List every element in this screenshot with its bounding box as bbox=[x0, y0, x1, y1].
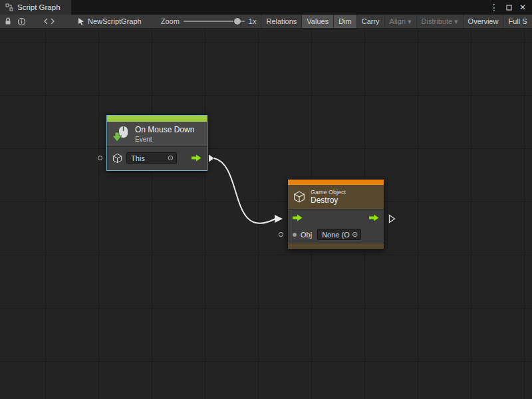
zoom-value: 1x bbox=[249, 17, 257, 25]
zoom-label: Zoom bbox=[161, 17, 180, 25]
align-button[interactable]: Align ▾ bbox=[384, 15, 416, 28]
lock-icon[interactable] bbox=[5, 17, 11, 25]
node-subtitle: Event bbox=[135, 136, 194, 143]
dim-button[interactable]: Dim bbox=[333, 15, 356, 28]
event-node-body: This ⊙ bbox=[107, 146, 207, 170]
obj-value: None (O bbox=[322, 231, 350, 239]
zoom-slider-handle[interactable] bbox=[234, 18, 241, 25]
carry-button[interactable]: Carry bbox=[356, 15, 384, 28]
flow-output-port[interactable] bbox=[192, 154, 201, 162]
flow-output-port[interactable] bbox=[369, 214, 379, 221]
zoom-slider[interactable] bbox=[184, 17, 245, 25]
align-label: Align bbox=[390, 17, 406, 25]
connection-wire bbox=[0, 29, 532, 399]
graph-selector[interactable]: NewScriptGraph bbox=[78, 17, 142, 25]
node-category: Game Object bbox=[311, 189, 346, 196]
destroy-node-footer bbox=[288, 243, 384, 249]
graph-name: NewScriptGraph bbox=[88, 17, 142, 25]
cursor-icon bbox=[78, 17, 84, 25]
node-title: Destroy bbox=[311, 196, 346, 205]
destroy-accent-bar bbox=[288, 180, 384, 185]
event-node-header: On Mouse Down Event bbox=[107, 122, 207, 146]
window-controls: ⋮ ✕ bbox=[489, 0, 532, 15]
destroy-node[interactable]: Game Object Destroy Obj No bbox=[287, 179, 384, 249]
obj-port-label: Obj bbox=[301, 231, 312, 239]
maximize-icon[interactable] bbox=[506, 5, 512, 11]
menu-icon[interactable]: ⋮ bbox=[489, 3, 499, 12]
script-graph-icon bbox=[5, 3, 13, 11]
tab-title: Script Graph bbox=[17, 3, 61, 11]
obj-port-dot bbox=[293, 233, 297, 237]
graph-toolbar: NewScriptGraph Zoom 1x Relations Values … bbox=[0, 15, 532, 29]
script-graph-window: Script Graph ⋮ ✕ bbox=[0, 0, 532, 399]
target-value: This bbox=[131, 154, 145, 162]
graph-canvas[interactable]: On Mouse Down Event This ⊙ bbox=[0, 29, 532, 399]
toolbar-buttons: Relations Values Dim Carry Align ▾ Distr… bbox=[261, 15, 531, 28]
relations-button[interactable]: Relations bbox=[261, 15, 301, 28]
object-picker-icon[interactable]: ⊙ bbox=[168, 154, 174, 162]
obj-input-port[interactable] bbox=[279, 232, 283, 237]
values-button[interactable]: Values bbox=[301, 15, 333, 28]
chevron-down-icon: ▾ bbox=[454, 17, 458, 26]
code-icon[interactable] bbox=[44, 18, 55, 25]
distribute-label: Distribute bbox=[422, 17, 452, 25]
target-dropdown[interactable]: This ⊙ bbox=[126, 152, 177, 164]
tab-bar: Script Graph ⋮ ✕ bbox=[0, 0, 532, 15]
overview-button[interactable]: Overview bbox=[463, 15, 503, 28]
obj-port-row: Obj None (O ⊙ bbox=[288, 226, 384, 243]
flow-port-row bbox=[288, 209, 384, 226]
event-target-port[interactable] bbox=[98, 156, 102, 160]
flow-input-port[interactable] bbox=[293, 214, 303, 221]
flow-continuation-icon bbox=[388, 214, 396, 223]
mouse-down-icon bbox=[112, 126, 130, 143]
fullscreen-button[interactable]: Full S bbox=[503, 15, 531, 28]
event-accent-bar bbox=[107, 116, 207, 122]
object-picker-icon[interactable]: ⊙ bbox=[352, 231, 358, 238]
destroy-node-header: Game Object Destroy bbox=[288, 185, 384, 209]
on-mouse-down-node[interactable]: On Mouse Down Event This ⊙ bbox=[106, 115, 207, 171]
chevron-down-icon: ▾ bbox=[408, 17, 412, 26]
game-object-cube-icon bbox=[112, 153, 122, 164]
distribute-button[interactable]: Distribute ▾ bbox=[416, 15, 463, 28]
close-icon[interactable]: ✕ bbox=[519, 3, 526, 11]
tab-script-graph[interactable]: Script Graph bbox=[0, 0, 71, 15]
cube-icon bbox=[293, 190, 305, 203]
info-icon[interactable] bbox=[17, 17, 26, 26]
obj-dropdown[interactable]: None (O ⊙ bbox=[317, 229, 361, 240]
node-title: On Mouse Down bbox=[135, 125, 194, 134]
destroy-node-body: Obj None (O ⊙ bbox=[288, 209, 384, 243]
